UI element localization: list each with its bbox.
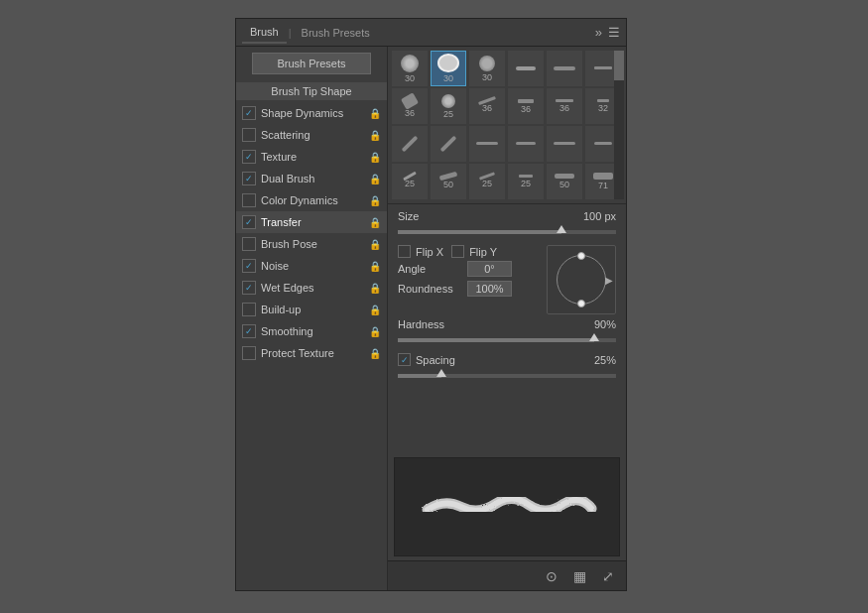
brush-preview-17 — [554, 142, 575, 145]
brush-tip-shape-header: Brush Tip Shape — [236, 82, 387, 100]
dual-brush-lock[interactable]: 🔒 — [369, 174, 381, 184]
spacing-slider-thumb[interactable] — [436, 369, 446, 377]
brush-pose-lock[interactable]: 🔒 — [369, 239, 381, 250]
brush-cell-15[interactable] — [469, 126, 505, 162]
brush-cell-2[interactable]: 30 — [431, 51, 466, 86]
sidebar-item-brush-pose[interactable]: Brush Pose 🔒 — [236, 233, 387, 255]
color-dynamics-lock[interactable]: 🔒 — [369, 195, 381, 206]
brush-cell-1[interactable]: 30 — [392, 51, 428, 86]
flip-y-label: Flip Y — [469, 246, 497, 258]
transfer-checkbox[interactable]: ✓ — [242, 215, 256, 229]
spacing-checkbox[interactable]: ✓ — [398, 353, 411, 366]
scattering-label: Scattering — [261, 129, 367, 141]
bottom-handle[interactable] — [577, 300, 585, 307]
angle-input[interactable]: 0° — [467, 261, 512, 277]
sidebar-item-smoothing[interactable]: ✓ Smoothing 🔒 — [236, 320, 387, 342]
brush-cell-17[interactable] — [547, 126, 582, 162]
protect-texture-lock[interactable]: 🔒 — [369, 348, 381, 359]
brush-cell-21[interactable]: 25 — [469, 164, 505, 199]
brush-pose-checkbox[interactable] — [242, 237, 256, 251]
scattering-lock[interactable]: 🔒 — [369, 130, 381, 141]
noise-label: Noise — [261, 260, 367, 272]
sidebar-item-buildup[interactable]: Build-up 🔒 — [236, 299, 387, 320]
brush-preview-23 — [555, 174, 574, 179]
top-handle[interactable] — [577, 252, 585, 260]
brush-cell-16[interactable] — [508, 126, 544, 162]
sidebar-item-color-dynamics[interactable]: Color Dynamics 🔒 — [236, 189, 387, 211]
texture-lock[interactable]: 🔒 — [369, 152, 381, 163]
texture-checkbox[interactable]: ✓ — [242, 150, 256, 164]
size-slider[interactable] — [398, 225, 616, 239]
tab-forward-icon[interactable]: » — [595, 25, 602, 40]
flip-y-checkbox[interactable] — [451, 245, 464, 258]
smoothing-lock[interactable]: 🔒 — [369, 326, 381, 337]
brush-cell-20[interactable]: 50 — [431, 164, 466, 199]
hardness-slider[interactable] — [398, 333, 616, 347]
smoothing-checkbox[interactable]: ✓ — [242, 324, 256, 338]
brush-cell-10[interactable]: 36 — [508, 88, 544, 124]
sidebar-item-shape-dynamics[interactable]: ✓ Shape Dynamics 🔒 — [236, 102, 387, 124]
noise-lock[interactable]: 🔒 — [369, 261, 381, 272]
create-icon[interactable]: ⊙ — [542, 566, 561, 586]
transfer-lock[interactable]: 🔒 — [369, 217, 381, 228]
brush-cell-4[interactable] — [508, 51, 544, 86]
roundness-input[interactable]: 100% — [467, 281, 512, 297]
brush-cell-9[interactable]: 36 — [469, 88, 505, 124]
sidebar-item-scattering[interactable]: Scattering 🔒 — [236, 124, 387, 146]
sidebar-item-protect-texture[interactable]: Protect Texture 🔒 — [236, 342, 387, 364]
sidebar-item-noise[interactable]: ✓ Noise 🔒 — [236, 255, 387, 277]
expand-icon[interactable]: ⤢ — [598, 566, 618, 586]
brush-angle-diagram[interactable]: ▶ — [547, 245, 616, 314]
brush-preview-7 — [401, 92, 419, 109]
brush-preview-14 — [440, 135, 457, 152]
brush-stroke-preview — [406, 487, 607, 527]
sidebar-item-wet-edges[interactable]: ✓ Wet Edges 🔒 — [236, 277, 387, 299]
protect-texture-checkbox[interactable] — [242, 346, 256, 360]
brush-cell-13[interactable] — [392, 126, 428, 162]
brush-panel: Brush | Brush Presets » ☰ Brush Presets … — [235, 18, 627, 591]
brush-cell-8[interactable]: 25 — [431, 88, 466, 124]
sidebar-item-transfer[interactable]: ✓ Transfer 🔒 — [236, 211, 387, 233]
roundness-row: Roundness 100% — [398, 281, 539, 297]
flip-x-checkbox[interactable] — [398, 245, 411, 258]
spacing-slider[interactable] — [398, 369, 616, 383]
scroll-thumb[interactable] — [614, 51, 624, 80]
color-dynamics-label: Color Dynamics — [261, 194, 367, 206]
sidebar-item-dual-brush[interactable]: ✓ Dual Brush 🔒 — [236, 168, 387, 189]
scattering-checkbox[interactable] — [242, 128, 256, 142]
hardness-label: Hardness — [398, 318, 467, 330]
brush-cell-3[interactable]: 30 — [469, 51, 505, 86]
brush-cell-5[interactable] — [547, 51, 582, 86]
grid-icon[interactable]: ▦ — [569, 566, 590, 586]
size-slider-thumb[interactable] — [557, 225, 566, 233]
noise-checkbox[interactable]: ✓ — [242, 259, 256, 273]
wet-edges-checkbox[interactable]: ✓ — [242, 281, 256, 295]
brush-presets-button[interactable]: Brush Presets — [252, 53, 371, 74]
brush-preview-area — [394, 457, 620, 556]
brush-cell-22[interactable]: 25 — [508, 164, 544, 199]
spacing-slider-fill — [398, 374, 441, 378]
tab-brush[interactable]: Brush — [242, 22, 287, 44]
sidebar: Brush Presets Brush Tip Shape ✓ Shape Dy… — [236, 47, 388, 590]
shape-dynamics-checkbox[interactable]: ✓ — [242, 106, 256, 120]
buildup-checkbox[interactable] — [242, 303, 256, 316]
brush-cell-7[interactable]: 36 — [392, 88, 428, 124]
sidebar-item-texture[interactable]: ✓ Texture 🔒 — [236, 146, 387, 168]
shape-dynamics-lock[interactable]: 🔒 — [369, 108, 381, 119]
brush-cell-11[interactable]: 36 — [547, 88, 582, 124]
brush-cell-23[interactable]: 50 — [547, 164, 582, 199]
brush-preview-1 — [401, 55, 419, 72]
brush-preview-24 — [593, 173, 613, 180]
color-dynamics-checkbox[interactable] — [242, 193, 256, 207]
hardness-slider-thumb[interactable] — [589, 333, 599, 341]
brush-cell-14[interactable] — [431, 126, 466, 162]
scroll-track[interactable] — [614, 51, 624, 199]
dual-brush-checkbox[interactable]: ✓ — [242, 172, 256, 185]
tab-brush-presets[interactable]: Brush Presets — [294, 23, 378, 43]
brush-cell-19[interactable]: 25 — [392, 164, 428, 199]
wet-edges-lock[interactable]: 🔒 — [369, 283, 381, 294]
tab-menu-icon[interactable]: ☰ — [608, 25, 620, 40]
brush-pose-label: Brush Pose — [261, 238, 367, 250]
buildup-lock[interactable]: 🔒 — [369, 305, 381, 315]
bottom-toolbar: ⊙ ▦ ⤢ — [388, 560, 626, 590]
